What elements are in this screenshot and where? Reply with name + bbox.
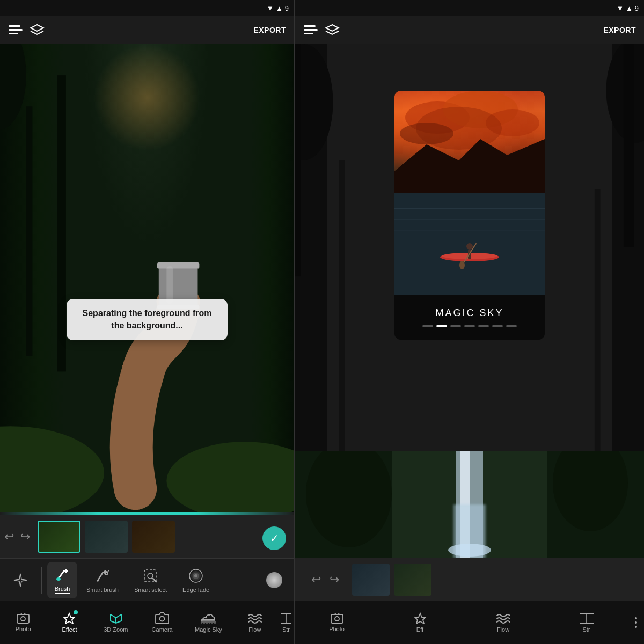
nav-str[interactable]: Str xyxy=(278,601,294,644)
card-label-area: MAGIC SKY xyxy=(394,295,545,340)
svg-rect-54 xyxy=(595,189,601,451)
nav-flow[interactable]: Flow xyxy=(232,601,278,644)
svg-marker-3 xyxy=(31,25,43,31)
processing-tooltip: Separating the foreground from the backg… xyxy=(67,299,228,340)
svg-point-29 xyxy=(148,573,153,579)
left-bottom-nav: Photo Effect 3D Zoom xyxy=(0,601,294,644)
right-nav-eff[interactable]: Eff xyxy=(378,601,462,644)
svg-point-36 xyxy=(21,617,25,621)
export-button[interactable]: EXPORT xyxy=(253,26,286,34)
nav-photo-label: Photo xyxy=(16,626,31,632)
thumbnail-2[interactable] xyxy=(85,521,128,553)
left-status-bar: ▼ ▲ 9 xyxy=(0,0,294,16)
edge-fade-label: Edge fade xyxy=(182,587,209,593)
right-nav-more[interactable] xyxy=(628,601,644,644)
dot-7[interactable] xyxy=(506,325,517,327)
nav-magic-sky[interactable]: Magic Sky xyxy=(185,601,231,644)
redo-icon[interactable]: ↪ xyxy=(20,530,30,544)
thumbnail-1[interactable] xyxy=(38,521,80,553)
tool-magic[interactable] xyxy=(5,567,35,593)
left-photo-area: Separating the foreground from the backg… xyxy=(0,44,294,512)
waterfall-area xyxy=(295,451,644,558)
right-signal-icon: ▲ xyxy=(626,4,633,12)
layers-icon[interactable] xyxy=(30,23,45,38)
right-redo-icon[interactable]: ↪ xyxy=(330,573,339,587)
tool-smart-select[interactable]: Smart select xyxy=(128,563,173,597)
svg-point-67 xyxy=(466,243,473,250)
nav-magic-sky-label: Magic Sky xyxy=(195,626,222,633)
svg-rect-43 xyxy=(304,29,318,31)
dot-5[interactable] xyxy=(478,325,489,327)
dot-1[interactable] xyxy=(422,325,433,327)
3d-zoom-icon xyxy=(108,612,123,624)
brush-icon xyxy=(54,566,71,583)
svg-marker-24 xyxy=(14,574,27,587)
svg-point-38 xyxy=(160,617,165,621)
right-panel: ▼ ▲ 9 EXPORT xyxy=(295,0,644,644)
right-nav-flow[interactable]: Flow xyxy=(462,601,545,644)
tool-brush[interactable]: Brush xyxy=(47,562,77,598)
left-top-header: EXPORT xyxy=(0,16,294,44)
right-top-header: EXPORT xyxy=(295,16,644,44)
nav-3d-zoom[interactable]: 3D Zoom xyxy=(93,601,139,644)
svg-rect-21 xyxy=(157,262,199,269)
dot-4[interactable] xyxy=(464,325,475,327)
right-layers-icon[interactable] xyxy=(325,23,340,38)
svg-line-30 xyxy=(153,579,156,582)
dot-6[interactable] xyxy=(492,325,503,327)
gray-circle-icon xyxy=(266,572,282,588)
svg-rect-42 xyxy=(304,25,316,27)
brush-label: Brush xyxy=(55,586,70,594)
sunset-sky xyxy=(394,91,545,193)
svg-rect-52 xyxy=(624,44,634,247)
svg-rect-23 xyxy=(166,266,173,304)
header-left-icons xyxy=(8,23,45,38)
right-export-button[interactable]: EXPORT xyxy=(603,26,636,34)
right-nav-photo-label: Photo xyxy=(329,626,345,632)
undo-icon[interactable]: ↩ xyxy=(4,530,14,544)
svg-point-79 xyxy=(448,544,491,557)
back-icon[interactable] xyxy=(8,23,23,38)
tool-edge-fade[interactable]: Edge fade xyxy=(176,563,216,597)
left-panel: ▼ ▲ 9 EXPORT xyxy=(0,0,295,644)
wifi-icon: ▼ xyxy=(267,4,274,12)
water-area xyxy=(394,193,545,295)
battery-text: 9 xyxy=(285,4,289,12)
svg-rect-80 xyxy=(331,614,343,623)
right-status-bar: ▼ ▲ 9 xyxy=(295,0,644,16)
bottom-strip: ↩ ↪ ✓ xyxy=(0,515,294,558)
svg-rect-12 xyxy=(57,75,66,371)
right-thumb-2[interactable] xyxy=(394,564,431,596)
thumbnail-3[interactable] xyxy=(132,521,175,553)
right-nav-str[interactable]: Str xyxy=(545,601,628,644)
right-photo-icon xyxy=(331,613,343,624)
nav-camera-label: Camera xyxy=(152,626,173,633)
tool-smart-brush[interactable]: Smart brush xyxy=(80,563,125,597)
tool-circle-control[interactable] xyxy=(260,568,289,592)
right-nav-photo[interactable]: Photo xyxy=(295,601,378,644)
dot-2[interactable] xyxy=(436,325,447,327)
right-undo-icon[interactable]: ↩ xyxy=(311,573,321,587)
right-thumb-1[interactable] xyxy=(352,564,390,596)
effect-active-dot xyxy=(74,610,78,614)
tool-divider xyxy=(41,567,42,594)
smart-select-label: Smart select xyxy=(134,587,167,593)
photo-icon xyxy=(17,613,30,624)
tool-area: Brush Smart brush xyxy=(0,558,294,601)
nav-camera[interactable]: Camera xyxy=(139,601,185,644)
right-battery-text: 9 xyxy=(635,4,639,12)
svg-rect-2 xyxy=(9,33,18,34)
effect-icon xyxy=(63,612,76,624)
magic-sky-icon xyxy=(201,612,216,624)
dot-3[interactable] xyxy=(450,325,461,327)
right-str-icon xyxy=(580,612,594,624)
nav-photo[interactable]: Photo xyxy=(0,601,46,644)
right-back-icon[interactable] xyxy=(303,23,318,38)
svg-point-15 xyxy=(293,44,294,142)
nav-effect[interactable]: Effect xyxy=(46,601,92,644)
right-nav-eff-label: Eff xyxy=(416,626,423,633)
more-icon xyxy=(635,617,637,628)
right-header-left-icons xyxy=(303,23,340,38)
svg-marker-45 xyxy=(326,25,339,31)
confirm-button[interactable]: ✓ xyxy=(262,526,286,550)
